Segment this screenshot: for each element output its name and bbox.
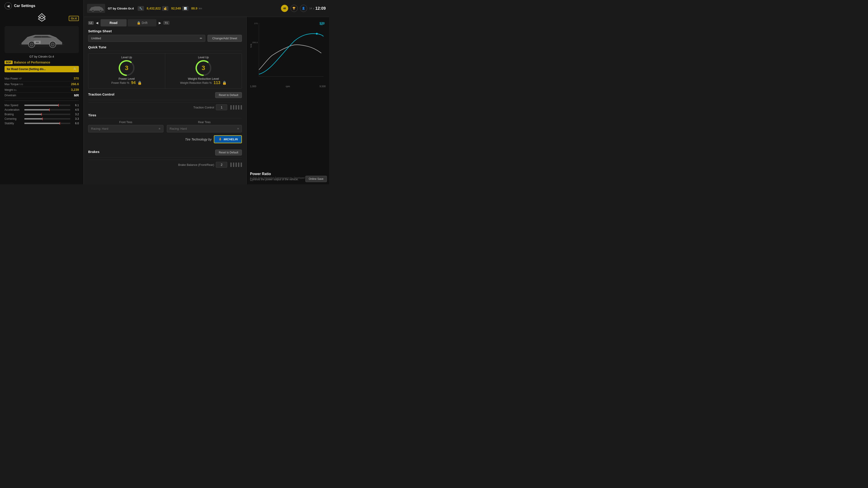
front-tire-select[interactable]: Racing: Hard ≡	[88, 125, 163, 132]
power-level-control: Level Up 3 Power Level Power Ratio % 94 …	[88, 54, 165, 89]
michelin-label: Tire Technology by	[185, 138, 212, 141]
brakes-header: Brakes Reset to Default	[88, 150, 242, 156]
stat-label-weight: Weight	[4, 88, 13, 92]
perf-row-speed: Max Speed 6.1	[4, 103, 79, 107]
perf-marker-accel	[49, 108, 50, 111]
traction-control-row: Traction Control 1 ▐▐▐▐▐	[88, 102, 242, 112]
perf-bar-cornering	[24, 118, 70, 120]
account-btn[interactable]: 👤	[300, 5, 307, 12]
bop-badge: BOP	[4, 61, 13, 64]
perf-label-accel: Acceleration	[4, 108, 23, 111]
pp-icon[interactable]: 📊	[182, 6, 188, 11]
perf-bar-stability	[24, 123, 70, 124]
sheet-name-text: Untitled	[91, 37, 101, 40]
perf-row-accel: Acceleration 4.5	[4, 107, 79, 112]
power-ratio-row: Power Ratio % 94 🔒	[112, 80, 142, 85]
power-ratio-label: Power Ratio %	[112, 81, 129, 85]
power-chart: 370 266.6 ft-lb HP	[250, 20, 326, 84]
stat-max-torque: Max Torqueft-lb 266.6	[4, 81, 79, 87]
power-ratio-value: 94	[131, 80, 135, 85]
tune-icon-btn[interactable]: 🔧	[138, 6, 144, 11]
perf-fill-speed	[24, 105, 59, 106]
power-level-up-label: Level Up	[121, 56, 132, 59]
front-tire-label: Front Tires	[88, 121, 163, 124]
car-full-name: GT by Citroën Gr.4	[108, 7, 134, 10]
upload-count: 14	[309, 7, 312, 10]
quick-tune-title: Quick Tune	[88, 45, 242, 49]
perf-label-cornering: Cornering	[4, 117, 23, 121]
tab-bar: L1 ◀ Road 🔒 Drift ▶ R1	[88, 19, 242, 26]
tires-divider	[88, 118, 242, 119]
stat-value-power: 370	[74, 76, 79, 80]
svg-point-3	[30, 43, 33, 46]
header-icons: 🔧	[138, 6, 144, 11]
l1-badge: L1	[88, 21, 94, 25]
settings-sheet-title: Settings Sheet	[88, 29, 242, 33]
stat-max-power: Max PowerHP 370	[4, 76, 79, 81]
chart-x-min: 1,000	[250, 85, 256, 88]
perf-label-speed: Max Speed	[4, 104, 23, 107]
tab-drift[interactable]: 🔒 Drift	[128, 19, 157, 26]
svg-point-5	[51, 43, 54, 46]
weight-level-value: 3	[202, 64, 205, 72]
power-ratio-lock: 🔒	[137, 80, 142, 85]
back-button[interactable]: ◀	[4, 2, 12, 9]
svg-text:ft-lb: ft-lb	[250, 43, 252, 47]
stat-value-torque: 266.6	[71, 82, 79, 86]
svg-point-9	[99, 9, 102, 12]
perf-value-speed: 6.1	[72, 104, 79, 107]
chart-labels: 1,000 rpm 9,500	[250, 85, 326, 88]
rear-tire-select[interactable]: Racing: Hard ≡	[167, 125, 242, 132]
weight-level-label: Weight Reduction Level	[188, 77, 219, 80]
perf-row-stability: Stability 6.0	[4, 121, 79, 126]
brake-balance-row: Brake Balance (Front/Rear) 2 ▐▐▐▐▐	[88, 160, 242, 169]
car-illustration: 408	[15, 28, 69, 51]
bop-setting-text: for Road Course (Setting dis...	[7, 68, 46, 71]
traction-section: Traction Control Reset to Default Tracti…	[88, 92, 242, 112]
traction-value[interactable]: 1	[216, 104, 227, 110]
power-level-dial[interactable]: 3	[118, 59, 135, 77]
perf-marker-stability	[60, 122, 60, 125]
brake-balance-value[interactable]: 2	[216, 162, 227, 168]
traction-reset-btn[interactable]: Reset to Default	[215, 92, 242, 98]
settings-sheet-row: Untitled ✏ Change/Add Sheet	[88, 35, 242, 42]
level-badge: 48	[281, 5, 288, 12]
car-image-area: 408	[4, 26, 79, 53]
front-tire-value: Racing: Hard	[91, 127, 108, 130]
quick-tune-divider	[88, 51, 242, 51]
next-tab-btn[interactable]: ▶	[158, 21, 162, 25]
weight-ratio-value: 113	[214, 80, 220, 85]
brake-balance-label: Brake Balance (Front/Rear)	[88, 163, 214, 166]
clock-group: 14 ↕ 12:09	[309, 6, 326, 11]
car-name: GT by Citroën Gr.4	[29, 55, 54, 58]
credits-value: 8,432,822	[147, 6, 161, 10]
bop-setting-row: for Road Course (Setting dis... 🔒	[4, 66, 79, 72]
weight-ratio-row: Weight Reduction Ratio % 113 🔒	[180, 80, 227, 85]
perf-label-braking: Braking	[4, 113, 23, 116]
credits-icon[interactable]: 💰	[162, 6, 168, 11]
edit-icon: ✏	[200, 37, 202, 40]
sheet-name-input[interactable]: Untitled ✏	[88, 35, 205, 42]
online-save-btn[interactable]: Online Save	[305, 176, 327, 182]
traction-title: Traction Control	[88, 92, 114, 96]
svg-point-8	[92, 9, 94, 12]
ps-store-btn[interactable]: 🏆	[290, 5, 298, 12]
perf-fill-braking	[24, 113, 42, 115]
stat-weight: Weightlbs. 3,239	[4, 87, 79, 93]
weight-level-up-label: Level Up	[198, 56, 209, 59]
change-sheet-btn[interactable]: Change/Add Sheet	[208, 35, 242, 42]
prev-tab-btn[interactable]: ◀	[95, 21, 99, 25]
weight-level-dial[interactable]: 3	[194, 59, 213, 77]
car-logo-area	[4, 12, 79, 24]
pp-value: 92,549	[171, 6, 181, 10]
stat-label-drivetrain: Drivetrain	[4, 94, 16, 97]
tab-drift-label: Drift	[142, 21, 148, 25]
tab-road[interactable]: Road	[101, 19, 127, 26]
brakes-reset-btn[interactable]: Reset to Default	[215, 150, 242, 156]
perf-fill-accel	[24, 109, 50, 110]
time-display: 12:09	[315, 6, 326, 11]
rear-tire-col: Rear Tires Racing: Hard ≡	[167, 121, 242, 132]
perf-value-stability: 6.0	[72, 122, 79, 125]
pp-group: 92,549 📊	[171, 6, 188, 11]
main-content: L1 ◀ Road 🔒 Drift ▶ R1 Settings Sheet Un…	[84, 17, 246, 184]
